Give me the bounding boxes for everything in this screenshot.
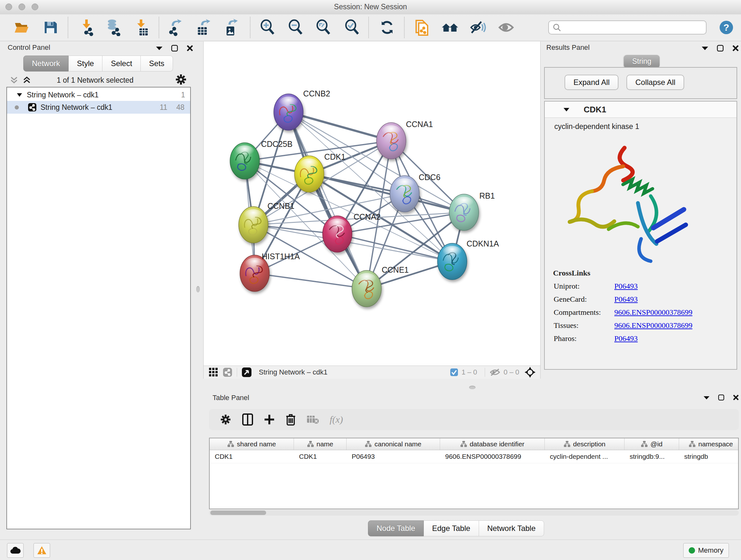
protein-structure-image: [557, 133, 698, 267]
network-node-CCNB1[interactable]: [239, 206, 268, 243]
crosslink-link[interactable]: 9606.ENSP00000378699: [614, 321, 692, 330]
delete-column-icon[interactable]: [286, 414, 296, 426]
network-edge-CDK1-RB1[interactable]: [309, 174, 464, 212]
zoom-out-icon[interactable]: [286, 18, 305, 37]
open-session-icon[interactable]: [13, 18, 30, 37]
node-label-RB1: RB1: [479, 191, 495, 200]
scrollbar-thumb[interactable]: [210, 510, 266, 515]
panel-menu-icon[interactable]: [701, 46, 709, 51]
network-node-RB1[interactable]: [449, 194, 479, 231]
save-session-icon[interactable]: [42, 18, 59, 37]
bottom-splitter-handle[interactable]: [469, 386, 475, 389]
new-network-from-selection-icon[interactable]: [413, 18, 431, 37]
help-icon[interactable]: ?: [718, 18, 735, 37]
memory-button[interactable]: Memory: [683, 543, 729, 558]
function-builder-icon[interactable]: f(x): [330, 414, 343, 425]
crosslink-link[interactable]: P06493: [614, 282, 637, 291]
export-image-icon[interactable]: [222, 18, 240, 37]
crosslink-label: GeneCard:: [554, 295, 614, 304]
column-header-shared-name[interactable]: shared name: [210, 438, 294, 450]
left-splitter-handle[interactable]: [196, 286, 200, 293]
tab-edge-table[interactable]: Edge Table: [424, 520, 479, 537]
network-node-CDC25B[interactable]: [230, 143, 259, 179]
zoom-fit-icon[interactable]: [314, 18, 332, 37]
collapse-arrow-icon[interactable]: [17, 93, 22, 97]
import-network-file-icon[interactable]: [77, 18, 95, 37]
search-input[interactable]: [563, 23, 706, 32]
tab-style[interactable]: Style: [69, 56, 103, 71]
section-collapse-icon[interactable]: [563, 108, 569, 112]
panel-close-icon[interactable]: [732, 45, 739, 52]
warnings-button[interactable]: [33, 543, 50, 558]
show-all-icon[interactable]: [497, 18, 515, 37]
expand-all-button[interactable]: Expand All: [564, 75, 618, 90]
tab-node-table[interactable]: Node Table: [368, 520, 424, 537]
network-edge-CCNB2-CCNE1[interactable]: [288, 112, 367, 289]
network-view-title: String Network – cdk1: [259, 368, 327, 376]
network-node-CDKN1A[interactable]: [437, 243, 467, 280]
first-neighbors-icon[interactable]: [441, 18, 459, 37]
protein-section-header[interactable]: CDK1: [545, 102, 737, 118]
import-table-file-icon[interactable]: [133, 18, 151, 37]
import-network-database-icon[interactable]: [105, 18, 122, 37]
crosslink-row: Pharos:P06493: [554, 334, 737, 343]
column-header--id[interactable]: @id: [624, 438, 679, 450]
network-edge-CDKN1A-CCNA2[interactable]: [337, 234, 452, 261]
column-header-description[interactable]: description: [545, 438, 624, 450]
table-cell: cyclin-dependent ...: [545, 450, 624, 463]
network-node-CCNE1[interactable]: [352, 270, 381, 307]
network-collection-row[interactable]: String Network – cdk1 1: [7, 89, 190, 101]
column-header-namespace[interactable]: namespace: [679, 438, 739, 450]
panel-menu-icon[interactable]: [703, 395, 710, 400]
panel-float-icon[interactable]: [171, 45, 178, 52]
export-table-icon[interactable]: [194, 18, 212, 37]
crosslink-link[interactable]: 9606.ENSP00000378699: [614, 308, 692, 317]
network-view-mode-icon[interactable]: [223, 368, 232, 377]
tab-select[interactable]: Select: [103, 56, 141, 71]
collapse-all-button[interactable]: Collapse All: [626, 75, 684, 90]
network-edge-HIST1H1A-CCNE1[interactable]: [255, 273, 367, 289]
delete-table-icon[interactable]: [307, 415, 319, 424]
hide-selection-icon[interactable]: [469, 18, 487, 37]
zoom-in-icon[interactable]: [259, 18, 276, 37]
selected-checkbox-icon[interactable]: [450, 368, 458, 376]
network-node-CCNA1[interactable]: [377, 123, 406, 159]
network-node-CCNA2[interactable]: [323, 216, 352, 252]
table-settings-gear-icon[interactable]: [220, 414, 231, 425]
grid-mode-icon[interactable]: [209, 368, 218, 377]
cloud-status-button[interactable]: [7, 543, 23, 558]
network-row-selected[interactable]: String Network – cdk1 11 48: [7, 101, 190, 114]
table-row[interactable]: CDK1CDK1P064939606.ENSP00000378699cyclin…: [210, 450, 738, 463]
refresh-layout-icon[interactable]: [378, 18, 396, 37]
fit-selected-crosshair-icon[interactable]: [524, 367, 536, 378]
network-node-CDC6[interactable]: [390, 176, 419, 212]
panel-float-icon[interactable]: [717, 45, 724, 52]
column-header-canonical-name[interactable]: canonical name: [347, 438, 440, 450]
node-table[interactable]: shared namenamecanonical namedatabase id…: [209, 438, 739, 509]
toolbar-separator: [250, 17, 251, 38]
birdseye-toggle-icon[interactable]: [242, 367, 252, 377]
tab-string[interactable]: String: [624, 55, 660, 68]
tab-network-table[interactable]: Network Table: [479, 520, 544, 537]
column-header-name[interactable]: name: [294, 438, 347, 450]
panel-float-icon[interactable]: [718, 394, 724, 401]
network-options-gear-icon[interactable]: [175, 73, 187, 87]
export-network-icon[interactable]: [166, 18, 184, 37]
network-node-CDK1[interactable]: [294, 156, 324, 192]
add-column-icon[interactable]: [264, 414, 275, 425]
crosslink-link[interactable]: P06493: [614, 295, 637, 304]
table-cell: stringdb:9...: [624, 450, 679, 463]
table-horizontal-scrollbar[interactable]: [209, 510, 739, 516]
tab-network[interactable]: Network: [23, 56, 69, 71]
panel-close-icon[interactable]: [186, 45, 193, 52]
network-node-CCNB2[interactable]: [274, 94, 303, 130]
show-columns-icon[interactable]: [242, 414, 253, 426]
zoom-selected-icon[interactable]: [343, 18, 361, 37]
panel-close-icon[interactable]: [733, 394, 739, 401]
crosslink-link[interactable]: P06493: [614, 334, 637, 343]
search-box[interactable]: [548, 20, 706, 35]
network-canvas[interactable]: CCNB2CCNA1CDC25BCDK1CDC6RB1CCNB1CCNA2CDK…: [204, 42, 540, 366]
panel-menu-icon[interactable]: [156, 46, 163, 51]
column-header-database-identifier[interactable]: database identifier: [440, 438, 545, 450]
tab-sets[interactable]: Sets: [141, 56, 173, 71]
